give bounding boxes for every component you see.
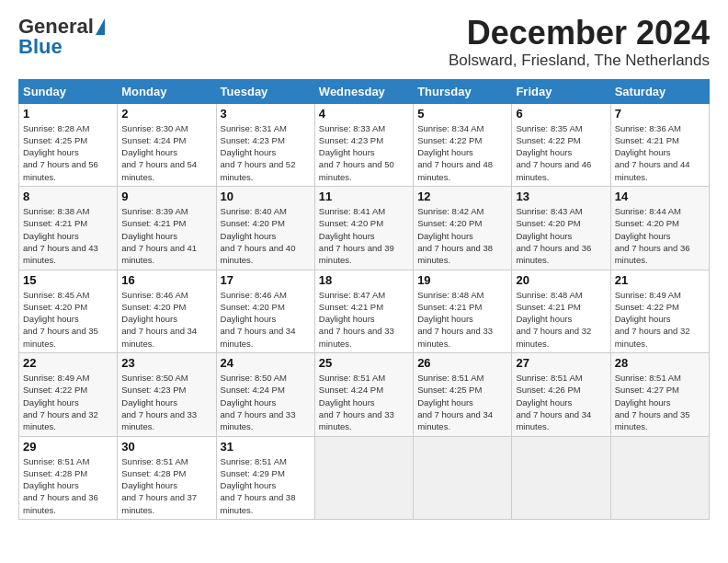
day-number: 20 [516,273,606,287]
calendar-day-cell: 16 Sunrise: 8:46 AM Sunset: 4:20 PM Dayl… [118,270,216,352]
title-area: December 2024 Bolsward, Friesland, The N… [449,15,710,70]
calendar-day-cell: 15 Sunrise: 8:45 AM Sunset: 4:20 PM Dayl… [19,270,118,352]
logo: General Blue [18,15,105,59]
day-info: Sunrise: 8:51 AM Sunset: 4:26 PM Dayligh… [516,372,606,432]
calendar-day-cell: 26 Sunrise: 8:51 AM Sunset: 4:25 PM Dayl… [414,353,512,436]
calendar-day-cell: 1 Sunrise: 8:28 AM Sunset: 4:25 PM Dayli… [19,103,118,186]
day-number: 4 [319,107,409,121]
day-number: 9 [121,190,211,203]
day-number: 6 [516,107,606,121]
calendar-day-cell: 4 Sunrise: 8:33 AM Sunset: 4:23 PM Dayli… [314,103,413,186]
day-number: 15 [23,273,113,287]
day-number: 25 [319,356,409,370]
calendar-day-cell: 18 Sunrise: 8:47 AM Sunset: 4:21 PM Dayl… [314,270,413,352]
calendar-day-cell: 22 Sunrise: 8:49 AM Sunset: 4:22 PM Dayl… [19,353,118,436]
header-thursday: Thursday [414,79,512,103]
day-number: 27 [516,356,606,370]
day-number: 24 [221,356,311,370]
calendar-day-cell: 25 Sunrise: 8:51 AM Sunset: 4:24 PM Dayl… [314,353,413,436]
calendar-week-row: 15 Sunrise: 8:45 AM Sunset: 4:20 PM Dayl… [19,270,710,352]
day-info: Sunrise: 8:34 AM Sunset: 4:22 PM Dayligh… [417,122,507,183]
day-info: Sunrise: 8:41 AM Sunset: 4:20 PM Dayligh… [319,205,409,266]
calendar-day-cell: 20 Sunrise: 8:48 AM Sunset: 4:21 PM Dayl… [512,270,610,352]
day-number: 30 [121,440,211,454]
day-number: 19 [417,273,507,287]
day-info: Sunrise: 8:51 AM Sunset: 4:29 PM Dayligh… [221,455,311,516]
calendar-day-cell: 14 Sunrise: 8:44 AM Sunset: 4:20 PM Dayl… [610,187,709,270]
day-number: 22 [23,356,113,370]
calendar-week-row: 29 Sunrise: 8:51 AM Sunset: 4:28 PM Dayl… [19,436,710,519]
calendar-day-cell [314,436,413,519]
day-info: Sunrise: 8:45 AM Sunset: 4:20 PM Dayligh… [23,289,113,350]
calendar-header-row: SundayMondayTuesdayWednesdayThursdayFrid… [19,79,710,103]
day-info: Sunrise: 8:38 AM Sunset: 4:21 PM Dayligh… [23,205,113,266]
day-number: 5 [417,107,507,121]
day-info: Sunrise: 8:46 AM Sunset: 4:20 PM Dayligh… [221,289,311,350]
calendar-day-cell: 2 Sunrise: 8:30 AM Sunset: 4:24 PM Dayli… [118,103,216,186]
calendar-day-cell: 10 Sunrise: 8:40 AM Sunset: 4:20 PM Dayl… [216,187,314,270]
day-info: Sunrise: 8:46 AM Sunset: 4:20 PM Dayligh… [121,289,211,350]
day-info: Sunrise: 8:49 AM Sunset: 4:22 PM Dayligh… [615,289,705,350]
day-info: Sunrise: 8:30 AM Sunset: 4:24 PM Dayligh… [121,122,211,183]
calendar-day-cell [414,436,512,519]
day-info: Sunrise: 8:39 AM Sunset: 4:21 PM Dayligh… [121,205,211,266]
calendar-day-cell: 13 Sunrise: 8:43 AM Sunset: 4:20 PM Dayl… [512,187,610,270]
day-number: 31 [221,440,311,454]
day-number: 26 [417,356,507,370]
calendar-day-cell: 5 Sunrise: 8:34 AM Sunset: 4:22 PM Dayli… [414,103,512,186]
day-number: 8 [23,190,113,203]
logo-triangle-icon [96,18,105,35]
day-number: 3 [221,107,311,121]
day-number: 29 [23,440,113,454]
day-number: 1 [23,107,113,121]
calendar-day-cell: 11 Sunrise: 8:41 AM Sunset: 4:20 PM Dayl… [314,187,413,270]
day-number: 28 [615,356,705,370]
day-info: Sunrise: 8:48 AM Sunset: 4:21 PM Dayligh… [417,289,507,350]
calendar-day-cell: 3 Sunrise: 8:31 AM Sunset: 4:23 PM Dayli… [216,103,314,186]
month-title: December 2024 [449,15,710,52]
day-info: Sunrise: 8:36 AM Sunset: 4:21 PM Dayligh… [615,122,705,183]
location-title: Bolsward, Friesland, The Netherlands [449,52,710,70]
day-number: 18 [319,273,409,287]
header-tuesday: Tuesday [216,79,314,103]
day-info: Sunrise: 8:35 AM Sunset: 4:22 PM Dayligh… [516,122,606,183]
day-number: 16 [121,273,211,287]
day-info: Sunrise: 8:42 AM Sunset: 4:20 PM Dayligh… [417,205,507,266]
header-wednesday: Wednesday [314,79,413,103]
day-info: Sunrise: 8:48 AM Sunset: 4:21 PM Dayligh… [516,289,606,350]
day-number: 7 [615,107,705,121]
calendar-day-cell: 23 Sunrise: 8:50 AM Sunset: 4:23 PM Dayl… [118,353,216,436]
day-number: 21 [615,273,705,287]
calendar-day-cell: 28 Sunrise: 8:51 AM Sunset: 4:27 PM Dayl… [610,353,709,436]
day-info: Sunrise: 8:31 AM Sunset: 4:23 PM Dayligh… [221,122,311,183]
header-saturday: Saturday [610,79,709,103]
logo-blue-text: Blue [18,35,63,59]
header: General Blue December 2024 Bolsward, Fri… [18,15,710,70]
day-number: 2 [121,107,211,121]
day-info: Sunrise: 8:51 AM Sunset: 4:28 PM Dayligh… [23,455,113,516]
calendar-day-cell: 17 Sunrise: 8:46 AM Sunset: 4:20 PM Dayl… [216,270,314,352]
day-number: 13 [516,190,606,203]
day-info: Sunrise: 8:49 AM Sunset: 4:22 PM Dayligh… [23,372,113,432]
calendar-day-cell: 9 Sunrise: 8:39 AM Sunset: 4:21 PM Dayli… [118,187,216,270]
calendar-day-cell: 6 Sunrise: 8:35 AM Sunset: 4:22 PM Dayli… [512,103,610,186]
day-info: Sunrise: 8:44 AM Sunset: 4:20 PM Dayligh… [615,205,705,266]
day-number: 23 [121,356,211,370]
day-info: Sunrise: 8:33 AM Sunset: 4:23 PM Dayligh… [319,122,409,183]
day-info: Sunrise: 8:51 AM Sunset: 4:24 PM Dayligh… [319,372,409,432]
day-number: 17 [221,273,311,287]
day-info: Sunrise: 8:51 AM Sunset: 4:25 PM Dayligh… [417,372,507,432]
day-info: Sunrise: 8:51 AM Sunset: 4:27 PM Dayligh… [615,372,705,432]
calendar-day-cell: 7 Sunrise: 8:36 AM Sunset: 4:21 PM Dayli… [610,103,709,186]
calendar-day-cell [610,436,709,519]
calendar-week-row: 8 Sunrise: 8:38 AM Sunset: 4:21 PM Dayli… [19,187,710,270]
day-info: Sunrise: 8:40 AM Sunset: 4:20 PM Dayligh… [221,205,311,266]
day-number: 12 [417,190,507,203]
day-info: Sunrise: 8:51 AM Sunset: 4:28 PM Dayligh… [121,455,211,516]
calendar-day-cell: 12 Sunrise: 8:42 AM Sunset: 4:20 PM Dayl… [414,187,512,270]
calendar-day-cell: 8 Sunrise: 8:38 AM Sunset: 4:21 PM Dayli… [19,187,118,270]
day-number: 10 [221,190,311,203]
calendar-day-cell: 30 Sunrise: 8:51 AM Sunset: 4:28 PM Dayl… [118,436,216,519]
calendar-week-row: 22 Sunrise: 8:49 AM Sunset: 4:22 PM Dayl… [19,353,710,436]
day-number: 11 [319,190,409,203]
